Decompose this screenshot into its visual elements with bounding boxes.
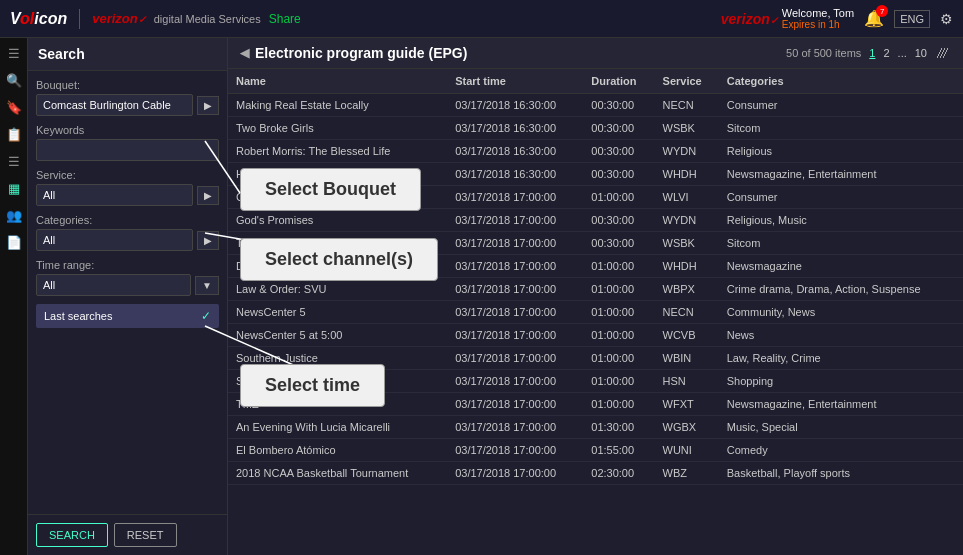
service-arrow[interactable]: ▶ [197, 186, 219, 205]
table-row[interactable]: Two Broke Girls 03/17/2018 16:30:00 00:3… [228, 117, 963, 140]
content-header: ◀ Electronic program guide (EPG) 50 of 5… [228, 38, 963, 69]
cell-name: Spring Home Refresh [228, 370, 447, 393]
col-duration: Duration [583, 69, 654, 94]
last-searches-text: Last searches [44, 310, 112, 322]
cell-service: WHDH [655, 255, 719, 278]
cell-categories: News [719, 324, 963, 347]
cell-name: El Bombero Atómico [228, 439, 447, 462]
cell-name: Southern Justice [228, 347, 447, 370]
last-searches-row[interactable]: Last searches ✓ [36, 304, 219, 328]
table-row[interactable]: TMZ 03/17/2018 17:00:00 01:00:00 WFXT Ne… [228, 393, 963, 416]
table-row[interactable]: God's Promises 03/17/2018 17:00:00 00:30… [228, 209, 963, 232]
cell-duration: 00:30:00 [583, 232, 654, 255]
table-row[interactable]: Robert Morris: The Blessed Life 03/17/20… [228, 140, 963, 163]
categories-arrow[interactable]: ▶ [197, 231, 219, 250]
table-row[interactable]: NewsCenter 5 at 5:00 03/17/2018 17:00:00… [228, 324, 963, 347]
cell-name: Making Real Estate Locally [228, 94, 447, 117]
table-container: Name Start time Duration Service Categor… [228, 69, 963, 555]
cell-start: 03/17/2018 17:00:00 [447, 186, 583, 209]
categories-select[interactable]: All [36, 229, 193, 251]
sidebar-icon-menu[interactable]: ☰ [8, 46, 20, 61]
columns-icon[interactable]: ⫻ [935, 44, 951, 62]
table-row[interactable]: An Evening With Lucia Micarelli 03/17/20… [228, 416, 963, 439]
table-row[interactable]: El Bombero Atómico 03/17/2018 17:00:00 0… [228, 439, 963, 462]
sidebar-icon-search[interactable]: 🔍 [6, 73, 22, 88]
table-row[interactable]: Two and a Half Men 03/17/2018 17:00:00 0… [228, 232, 963, 255]
page-1[interactable]: 1 [869, 47, 875, 59]
verizon-logo-top: verizon✓ [92, 11, 146, 26]
service-row: All ▶ [36, 184, 219, 206]
sidebar-icon-doc[interactable]: 📄 [6, 235, 22, 250]
cell-service: NECN [655, 301, 719, 324]
sidebar-icon-users[interactable]: 👥 [6, 208, 22, 223]
sidebar-icon-bars[interactable]: ☰ [8, 154, 20, 169]
divider-1 [79, 9, 80, 29]
table-row[interactable]: Making Real Estate Locally 03/17/2018 16… [228, 94, 963, 117]
bouquet-arrow[interactable]: ▶ [197, 96, 219, 115]
cell-duration: 01:00:00 [583, 255, 654, 278]
table-row[interactable]: Law & Order: SVU 03/17/2018 17:00:00 01:… [228, 278, 963, 301]
dms-text: digital Media Services [154, 13, 261, 25]
time-range-select[interactable]: All [36, 274, 191, 296]
time-dropdown-btn[interactable]: ▼ [195, 276, 219, 295]
cell-service: WSBK [655, 117, 719, 140]
cell-duration: 01:00:00 [583, 324, 654, 347]
lang-button[interactable]: ENG [894, 10, 930, 28]
cell-categories: Newsmagazine, Entertainment [719, 163, 963, 186]
cell-duration: 01:55:00 [583, 439, 654, 462]
right-content: ◀ Electronic program guide (EPG) 50 of 5… [228, 38, 963, 555]
service-select[interactable]: All [36, 184, 193, 206]
collapse-arrow[interactable]: ◀ [240, 46, 249, 60]
table-body: Making Real Estate Locally 03/17/2018 16… [228, 94, 963, 485]
sidebar-icon-list[interactable]: 📋 [6, 127, 22, 142]
cell-start: 03/17/2018 17:00:00 [447, 209, 583, 232]
cell-start: 03/17/2018 17:00:00 [447, 301, 583, 324]
page-2[interactable]: 2 [883, 47, 889, 59]
cell-name: NewsCenter 5 [228, 301, 447, 324]
gear-icon[interactable]: ⚙ [940, 11, 953, 27]
cell-start: 03/17/2018 17:00:00 [447, 278, 583, 301]
verizon-brand: verizon✓ Welcome, Tom Expires in 1h [721, 7, 854, 30]
cell-start: 03/17/2018 16:30:00 [447, 117, 583, 140]
cell-categories: Crime drama, Drama, Action, Suspense [719, 278, 963, 301]
table-row[interactable]: 2018 NCAA Basketball Tournament 03/17/20… [228, 462, 963, 485]
left-panel: Search Bouquet: ▶ Keywords Service: All … [28, 38, 228, 555]
panel-footer: SEARCH RESET [28, 514, 227, 555]
cell-name: Law & Order: SVU [228, 278, 447, 301]
table-row[interactable]: Southern Justice 03/17/2018 17:00:00 01:… [228, 347, 963, 370]
table-header-row: Name Start time Duration Service Categor… [228, 69, 963, 94]
page-10[interactable]: 10 [915, 47, 927, 59]
bouquet-input[interactable] [36, 94, 193, 116]
cell-categories: Religious, Music [719, 209, 963, 232]
share-link[interactable]: Share [269, 12, 301, 26]
cell-categories: Newsmagazine [719, 255, 963, 278]
time-range-label: Time range: [36, 259, 219, 271]
table-row[interactable]: Dateline 03/17/2018 17:00:00 01:00:00 WH… [228, 255, 963, 278]
search-button[interactable]: SEARCH [36, 523, 108, 547]
table-row[interactable]: Consumer Show 03/17/2018 17:00:00 01:00:… [228, 186, 963, 209]
cell-duration: 01:00:00 [583, 347, 654, 370]
cell-categories: Consumer [719, 186, 963, 209]
cell-start: 03/17/2018 17:00:00 [447, 324, 583, 347]
sidebar-icon-grid[interactable]: ▦ [8, 181, 20, 196]
table-row[interactable]: Hollywood News Report 03/17/2018 16:30:0… [228, 163, 963, 186]
cell-service: WSBK [655, 232, 719, 255]
reset-button[interactable]: RESET [114, 523, 177, 547]
bell-icon[interactable]: 🔔 7 [864, 9, 884, 28]
cell-start: 03/17/2018 17:00:00 [447, 347, 583, 370]
table-row[interactable]: NewsCenter 5 03/17/2018 17:00:00 01:00:0… [228, 301, 963, 324]
cell-service: WYDN [655, 140, 719, 163]
panel-title: Search [38, 46, 85, 62]
cell-duration: 01:30:00 [583, 416, 654, 439]
cell-name: Robert Morris: The Blessed Life [228, 140, 447, 163]
cell-name: Two Broke Girls [228, 117, 447, 140]
table-row[interactable]: Spring Home Refresh 03/17/2018 17:00:00 … [228, 370, 963, 393]
cell-name: Consumer Show [228, 186, 447, 209]
cell-name: An Evening With Lucia Micarelli [228, 416, 447, 439]
cell-start: 03/17/2018 17:00:00 [447, 370, 583, 393]
cell-service: NECN [655, 94, 719, 117]
top-bar-left: Volicon verizon✓ digital Media Services … [10, 9, 301, 29]
sidebar-icon-bookmark[interactable]: 🔖 [6, 100, 22, 115]
keywords-input[interactable] [36, 139, 219, 161]
cell-start: 03/17/2018 17:00:00 [447, 416, 583, 439]
